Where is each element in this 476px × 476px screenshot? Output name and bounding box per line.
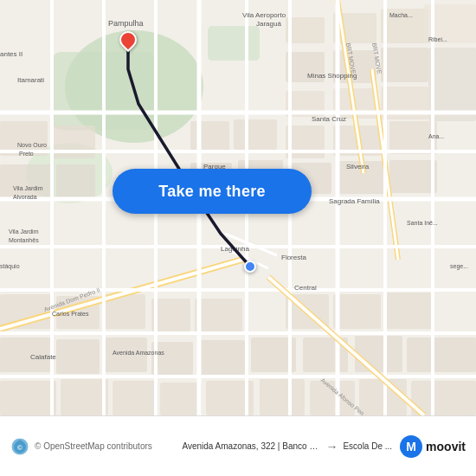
svg-text:Santa Inê...: Santa Inê... <box>407 220 438 226</box>
svg-text:Novo Ouro: Novo Ouro <box>17 142 47 148</box>
svg-text:Avenida Amazonas: Avenida Amazonas <box>113 350 164 356</box>
svg-rect-49 <box>113 381 156 415</box>
svg-rect-17 <box>52 125 95 158</box>
svg-rect-15 <box>428 48 476 121</box>
destination-pin <box>119 31 137 48</box>
route-from-label: Avenida Amazonas, 322 | Banco Bra... <box>182 441 320 451</box>
svg-text:M: M <box>406 440 416 453</box>
svg-text:Ana...: Ana... <box>428 133 444 139</box>
route-arrow-icon: → <box>325 440 338 453</box>
map-area: Pampulha Itamarati Novo Ouro Preto Vila … <box>0 0 476 415</box>
svg-text:Floresta: Floresta <box>281 254 306 261</box>
svg-rect-37 <box>385 293 433 329</box>
svg-rect-36 <box>333 294 381 329</box>
svg-rect-48 <box>61 379 108 415</box>
pin-marker <box>116 28 140 52</box>
route-info: Avenida Amazonas, 322 | Banco Bra... → E… <box>175 440 399 453</box>
svg-text:Ribei...: Ribei... <box>428 36 447 42</box>
route-row: Avenida Amazonas, 322 | Banco Bra... → E… <box>182 440 392 453</box>
svg-text:stáquio: stáquio <box>0 263 20 270</box>
svg-text:Macha...: Macha... <box>389 12 413 18</box>
svg-text:©: © <box>17 444 23 452</box>
route-to-label: Escola De ... <box>343 441 392 451</box>
svg-text:Preto: Preto <box>19 151 34 157</box>
svg-rect-50 <box>160 383 202 415</box>
svg-rect-18 <box>190 121 229 151</box>
svg-rect-34 <box>195 299 242 333</box>
svg-text:Vila Aeroporto: Vila Aeroporto <box>242 11 286 19</box>
svg-rect-42 <box>197 340 245 375</box>
svg-rect-47 <box>0 381 56 415</box>
svg-text:Sagrada Família: Sagrada Família <box>329 197 380 205</box>
svg-text:sege...: sege... <box>450 263 468 270</box>
svg-text:Silveira: Silveira <box>346 163 370 170</box>
svg-rect-23 <box>0 164 52 197</box>
svg-rect-39 <box>56 339 100 374</box>
svg-text:Alvorada: Alvorada <box>13 194 37 200</box>
osm-logo-icon: © <box>10 437 29 456</box>
svg-rect-52 <box>260 379 305 415</box>
svg-text:Montanhês: Montanhês <box>9 237 39 243</box>
svg-text:Calafate: Calafate <box>30 353 56 361</box>
svg-text:Jaraguá: Jaraguá <box>256 20 281 28</box>
svg-text:Pampulha: Pampulha <box>108 19 144 28</box>
svg-rect-19 <box>234 119 277 150</box>
attribution-text: © OpenStreetMap contributors <box>35 441 152 451</box>
svg-text:Lagoinha: Lagoinha <box>221 245 249 253</box>
svg-text:Santa Cruz: Santa Cruz <box>312 115 346 123</box>
take-me-there-button[interactable]: Take me there <box>113 169 312 214</box>
bottom-bar: © © OpenStreetMap contributors Avenida A… <box>0 415 476 476</box>
svg-rect-24 <box>56 164 95 197</box>
svg-text:antes II: antes II <box>0 50 23 58</box>
svg-rect-45 <box>355 336 402 372</box>
svg-rect-41 <box>151 342 193 375</box>
app-container: Pampulha Itamarati Novo Ouro Preto Vila … <box>0 0 476 476</box>
svg-rect-3 <box>208 26 260 61</box>
moovit-name: moovit <box>426 440 466 453</box>
origin-dot <box>244 261 256 273</box>
svg-rect-29 <box>389 160 437 193</box>
moovit-logo-icon: M <box>399 434 423 459</box>
attribution-area: © © OpenStreetMap contributors <box>10 437 175 456</box>
svg-text:Vila Jardim: Vila Jardim <box>13 185 43 191</box>
svg-text:Minas Shopping: Minas Shopping <box>307 72 357 80</box>
moovit-logo: M moovit <box>399 434 466 459</box>
svg-text:Central: Central <box>294 284 317 292</box>
svg-text:Carlos Prates: Carlos Prates <box>52 311 89 317</box>
svg-rect-46 <box>407 338 476 372</box>
svg-text:Vila Jardim: Vila Jardim <box>9 228 39 235</box>
svg-text:Itamarati: Itamarati <box>17 76 44 84</box>
svg-rect-11 <box>381 48 428 82</box>
take-me-there-label: Take me there <box>158 183 266 201</box>
